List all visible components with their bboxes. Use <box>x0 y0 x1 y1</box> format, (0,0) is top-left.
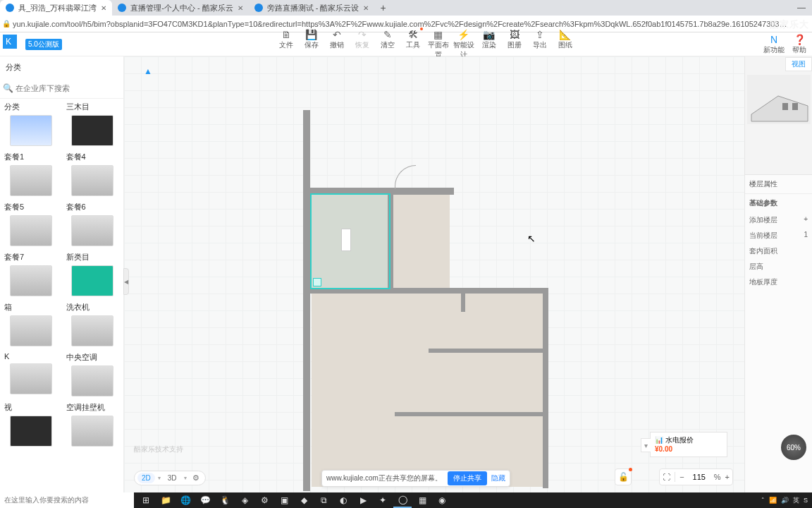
ime-indicator[interactable]: 英 <box>793 496 799 505</box>
catalog-item[interactable]: K <box>0 349 62 399</box>
chevron-left-icon[interactable]: ▾ <box>641 438 651 452</box>
explorer-icon[interactable]: 📁 <box>156 492 175 508</box>
canvas[interactable]: ◀ ▲ ✳ 酷家乐技术支持 视图 楼层属性 <box>124 56 812 492</box>
qq-icon[interactable]: 🐧 <box>216 492 234 508</box>
new-features-button[interactable]: N新功能 <box>761 34 787 55</box>
search-icon: 🔍 <box>3 83 14 93</box>
redo-icon: ↷ <box>350 29 375 40</box>
app-icon[interactable]: ◉ <box>433 492 451 508</box>
render-button[interactable]: 📷渲染 <box>476 29 502 60</box>
catalog-item[interactable]: 三木目 <box>62 99 124 149</box>
collapse-left-panel[interactable]: ◀ <box>123 268 129 295</box>
catalog-thumb <box>10 265 52 296</box>
vscode-icon[interactable]: ⧉ <box>314 492 333 508</box>
app-logo[interactable]: K <box>3 35 23 54</box>
redo-button: ↷恢复 <box>350 29 375 60</box>
catalog-item[interactable]: 中央空调 <box>62 349 124 399</box>
browser-tab-1[interactable]: 具_羽浩_万科翡翠江湾 ✕ <box>0 0 112 16</box>
save-button[interactable]: 💾保存 <box>299 29 324 60</box>
chrome-icon[interactable]: ◯ <box>393 492 412 508</box>
catalog-item[interactable]: 箱 <box>0 299 62 349</box>
help-button[interactable]: ❓帮助 <box>787 34 812 55</box>
left-tab[interactable]: 分类 <box>6 62 21 73</box>
catalog-item[interactable]: 视 <box>0 399 62 449</box>
url-text[interactable]: yun.kujiale.com/tool/h5/bim?obsplanid=3F… <box>13 20 812 28</box>
new-tab-button[interactable]: + <box>374 2 391 13</box>
edge-icon[interactable]: 🌐 <box>176 492 195 508</box>
property-row[interactable]: 添加楼层+ <box>745 212 812 228</box>
catalog-item[interactable]: 套餐7 <box>0 249 62 299</box>
preview-thumbnail[interactable] <box>747 75 811 124</box>
catalog-thumb <box>10 363 52 394</box>
zoom-input[interactable] <box>689 473 710 481</box>
catalog-grid: 分类三木目套餐1套餐4套餐5套餐6套餐7新类目箱洗衣机K中央空调视空调挂壁机 <box>0 99 123 492</box>
system-tray[interactable]: ˄ 📶 🔊 英 S <box>761 496 812 505</box>
lock-button[interactable]: 🔓 <box>615 468 632 485</box>
browser-tab-2[interactable]: 直播管理-个人中心 - 酷家乐云 ✕ <box>112 0 248 16</box>
catalog-item[interactable]: 洗衣机 <box>62 299 124 349</box>
left-panel: 分类 🔍 分类三木目套餐1套餐4套餐5套餐6套餐7新类目箱洗衣机K中央空调视空调… <box>0 56 124 494</box>
catalog-item[interactable]: 新类目 <box>62 249 124 299</box>
catalog-item[interactable]: 套餐5 <box>0 199 62 249</box>
property-row[interactable]: 层高 <box>745 259 812 274</box>
wechat-icon[interactable]: 💬 <box>196 492 214 508</box>
tray-chevron-icon[interactable]: ˄ <box>761 497 765 504</box>
catalog-item[interactable]: 分类 <box>0 99 62 149</box>
zoom-in-button[interactable]: + <box>725 473 730 481</box>
app-icon[interactable]: ▦ <box>413 492 431 508</box>
app-icon[interactable]: ▶ <box>354 492 372 508</box>
app-icon[interactable]: ◐ <box>334 492 352 508</box>
catalog-search-input[interactable] <box>14 83 121 94</box>
prop-key: 套内面积 <box>749 246 777 256</box>
property-row[interactable]: 套内面积 <box>745 243 812 259</box>
close-icon[interactable]: ✕ <box>363 4 369 12</box>
view-3d-button[interactable]: 3D <box>164 473 181 483</box>
app-icon[interactable]: ▣ <box>275 492 293 508</box>
wifi-icon[interactable]: 📶 <box>769 497 777 504</box>
property-row[interactable]: 当前楼层1 <box>745 228 812 243</box>
volume-icon[interactable]: 🔊 <box>781 497 789 504</box>
catalog-item[interactable]: 套餐4 <box>62 149 124 199</box>
catalog-item[interactable]: 套餐6 <box>62 199 124 249</box>
dingtalk-icon[interactable]: ◈ <box>235 492 254 508</box>
floor-plan[interactable]: ✳ <box>303 110 548 488</box>
task-view-icon[interactable]: ⊞ <box>137 492 155 508</box>
settings-icon[interactable]: ⚙ <box>255 492 273 508</box>
catalog-thumb <box>10 416 52 447</box>
catalog-label: 视 <box>4 402 58 413</box>
catalog-label: 套餐7 <box>4 252 58 262</box>
stop-share-button[interactable]: 停止共享 <box>448 471 487 485</box>
catalog-thumb <box>71 365 113 397</box>
file-button[interactable]: 🗎文件 <box>273 29 299 60</box>
drawing-button[interactable]: 📐图纸 <box>553 29 578 60</box>
save-icon: 💾 <box>299 29 324 40</box>
sogou-icon[interactable]: S <box>804 497 808 504</box>
view-tab[interactable]: 视图 <box>785 57 812 71</box>
app-icon[interactable]: ✦ <box>374 492 392 508</box>
hide-share-button[interactable]: 隐藏 <box>491 473 505 483</box>
view-settings-icon[interactable]: ⚙ <box>190 473 202 483</box>
catalog-item[interactable]: 空调挂壁机 <box>62 399 124 449</box>
zoom-out-button[interactable]: − <box>679 473 684 481</box>
zoom-unit: % <box>714 473 721 481</box>
taskbar-search[interactable]: 在这里输入你要搜索的内容 <box>0 492 134 508</box>
fullscreen-icon[interactable]: ⛶ <box>663 473 670 481</box>
gallery-button[interactable]: 🖼图册 <box>502 29 527 60</box>
catalog-item[interactable]: 套餐1 <box>0 149 62 199</box>
tools-button[interactable]: 🛠工具 <box>400 29 426 60</box>
catalog-thumb <box>71 165 113 196</box>
quote-box[interactable]: ▾ 📊 水电报价 ¥0.00 <box>650 432 727 457</box>
export-button[interactable]: ⇪导出 <box>527 29 553 60</box>
layout-button[interactable]: ▦平面布置 <box>426 29 451 60</box>
app-icon[interactable]: ◆ <box>295 492 313 508</box>
property-row[interactable]: 地板厚度 <box>745 274 812 290</box>
browser-tab-3[interactable]: 旁路直播测试 - 酷家乐云设 ✕ <box>249 0 375 16</box>
minimize-button[interactable]: — <box>791 3 812 13</box>
close-icon[interactable]: ✕ <box>101 4 106 12</box>
zoom-indicator[interactable]: 60% <box>781 435 806 460</box>
clear-button[interactable]: ✎清空 <box>375 29 400 60</box>
undo-button[interactable]: ↶撤销 <box>324 29 350 60</box>
ai-design-button[interactable]: ⚡智能设计 <box>451 29 476 60</box>
view-2d-button[interactable]: 2D <box>137 473 155 483</box>
close-icon[interactable]: ✕ <box>238 4 243 12</box>
